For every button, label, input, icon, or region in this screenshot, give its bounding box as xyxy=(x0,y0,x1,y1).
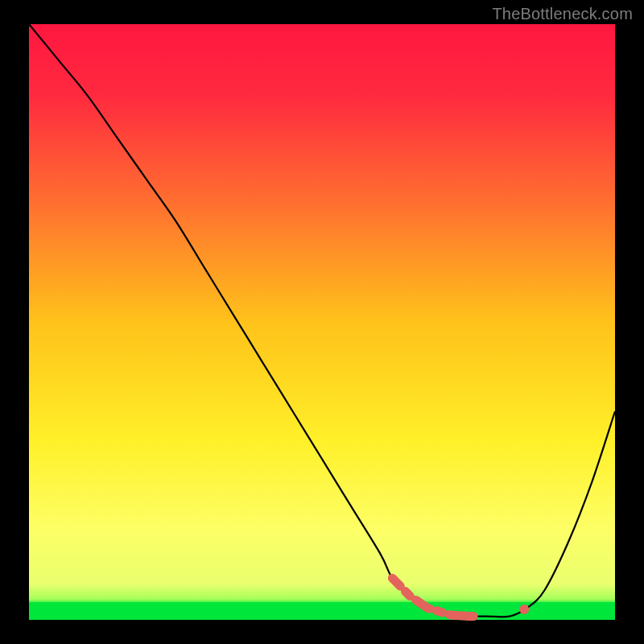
bottleneck-curve-line xyxy=(29,24,615,617)
highlight-segment xyxy=(392,578,510,616)
watermark-label: TheBottleneck.com xyxy=(492,5,633,23)
highlight-end-dot xyxy=(519,605,529,614)
bottleneck-curve-svg xyxy=(29,24,615,620)
plot-area xyxy=(29,24,615,620)
chart-stage: TheBottleneck.com xyxy=(0,0,644,644)
